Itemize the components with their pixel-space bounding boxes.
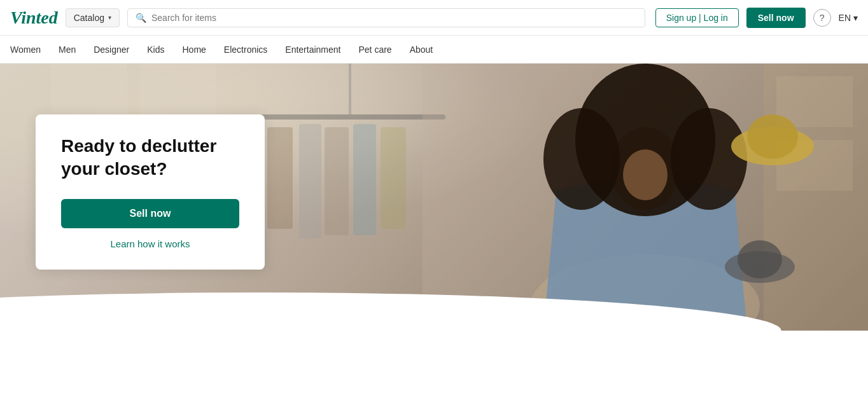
hero-card: Ready to declutter your closet? Sell now…	[36, 114, 265, 270]
learn-how-link[interactable]: Learn how it works	[61, 238, 239, 249]
svg-rect-5	[299, 124, 321, 238]
nav-item-home[interactable]: Home	[182, 45, 206, 55]
header-right: Sign up | Log in Sell now ? EN ▾	[655, 8, 858, 28]
svg-rect-8	[381, 127, 406, 229]
hero-person-svg	[423, 64, 868, 331]
svg-rect-4	[267, 127, 293, 229]
chevron-down-icon: ▾	[108, 14, 111, 21]
language-label: EN	[839, 13, 851, 23]
nav-item-designer[interactable]: Designer	[94, 45, 129, 55]
nav-item-entertainment[interactable]: Entertainment	[285, 45, 340, 55]
hero-section: Ready to declutter your closet? Sell now…	[0, 64, 868, 331]
svg-point-18	[623, 149, 668, 200]
nav-item-men[interactable]: Men	[59, 45, 76, 55]
below-hero	[0, 331, 868, 405]
svg-point-16	[543, 108, 620, 210]
svg-rect-6	[325, 127, 349, 235]
search-bar: 🔍	[127, 8, 645, 27]
svg-point-22	[738, 240, 782, 278]
sell-now-header-button[interactable]: Sell now	[746, 8, 806, 28]
svg-point-20	[747, 114, 798, 159]
sign-up-log-in-button[interactable]: Sign up | Log in	[655, 8, 739, 27]
logo[interactable]: Vinted	[10, 8, 58, 28]
search-icon: 🔍	[136, 13, 146, 23]
lang-chevron-icon: ▾	[853, 13, 858, 23]
svg-rect-7	[353, 124, 376, 235]
svg-point-17	[671, 108, 747, 210]
help-button[interactable]: ?	[813, 9, 831, 27]
nav-item-women[interactable]: Women	[10, 45, 41, 55]
nav-item-kids[interactable]: Kids	[147, 45, 164, 55]
nav-item-pet-care[interactable]: Pet care	[358, 45, 391, 55]
catalog-label: Catalog	[74, 13, 104, 23]
sell-now-button[interactable]: Sell now	[61, 199, 239, 228]
main-nav: Women Men Designer Kids Home Electronics…	[0, 36, 868, 64]
header: Vinted Catalog ▾ 🔍 Sign up | Log in Sell…	[0, 0, 868, 36]
language-selector[interactable]: EN ▾	[839, 13, 858, 23]
hero-title: Ready to declutter your closet?	[61, 135, 239, 181]
svg-rect-2	[255, 114, 445, 120]
catalog-button[interactable]: Catalog ▾	[66, 8, 120, 27]
nav-item-electronics[interactable]: Electronics	[224, 45, 267, 55]
nav-item-about[interactable]: About	[410, 45, 433, 55]
search-input[interactable]	[151, 13, 637, 23]
